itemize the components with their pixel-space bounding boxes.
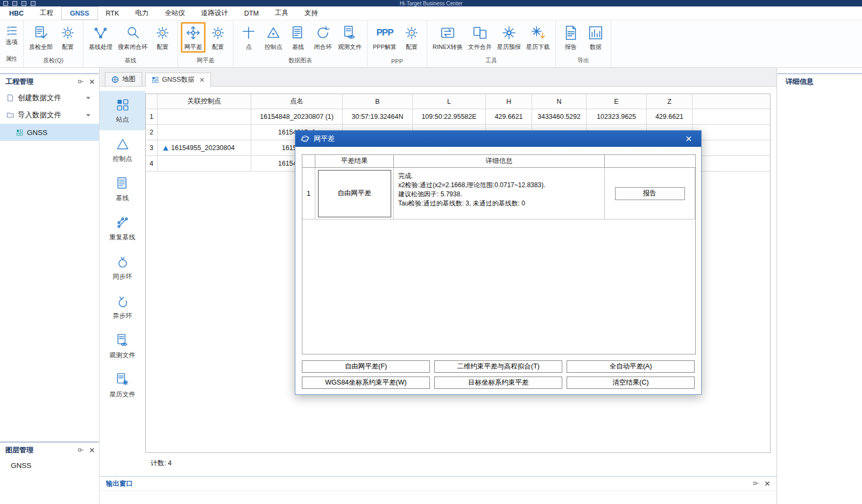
ribbon-group-label: 工具 [430,55,553,67]
qc-config-button[interactable]: 配置 [55,22,80,52]
strip-item-baselines[interactable]: 基线 [100,169,145,209]
close-icon[interactable] [89,448,95,453]
application-window: Hi-Target Business Center HBC 工程 GNSS RT… [0,0,862,504]
tab-map[interactable]: 地图 [105,72,142,86]
header-cell[interactable]: B [343,94,413,109]
strip-item-control-points[interactable]: 控制点 [100,130,145,169]
ribbon-group-label: 质检(Q) [26,55,80,67]
header-cell[interactable]: N [532,94,587,109]
data-export-button[interactable]: 数据 [583,22,608,52]
layer-item-gnss[interactable]: GNSS [0,458,99,473]
2d-constrained-adjust-button[interactable]: 二维约束平差与高程拟合(T) [434,360,562,373]
detail-panel-header: 详细信息 [777,74,862,89]
properties-button[interactable]: 属性 [6,55,18,65]
output-window-panel: 输出窗口 [100,476,776,504]
wgs84-constrained-adjust-button[interactable]: WGS84坐标系约束平差(W) [302,377,430,389]
options-button[interactable]: 选项 [6,38,18,46]
menu-road-design[interactable]: 道路设计 [193,6,236,20]
header-cell[interactable]: H [486,94,532,109]
globe-icon [111,76,119,83]
menu-tools[interactable]: 工具 [267,6,296,20]
ribbon: 选项 属性 质检全部 配置 质检(Q) [0,20,862,68]
close-icon[interactable] [89,79,95,84]
detail-column-header: 详细信息 [394,155,605,167]
closed-loop-chart-button[interactable]: 闭合环 [310,22,335,52]
menu-hbc[interactable]: HBC [1,6,32,20]
rinex-convert-button[interactable]: RINEX转换 [430,22,465,52]
globe-icon [301,134,309,143]
net-adjust-config-button[interactable]: 配置 [206,22,230,52]
menu-rtk[interactable]: RTK [98,6,128,20]
document-lines-icon [115,176,130,191]
dialog-titlebar[interactable]: 网平差 [295,131,701,147]
report-document-icon [563,25,579,41]
project-panel-header: 工程管理 [0,74,99,89]
ribbon-group-net-adjust: 网平差 配置 网平差 [178,20,234,67]
tab-close-icon[interactable] [200,77,204,82]
control-points-chart-button[interactable]: 控制点 [261,22,286,52]
baseline-process-button[interactable]: 基线处理 [86,22,115,52]
full-auto-adjust-button[interactable]: 全自动平差(A) [567,360,695,373]
menu-project[interactable]: 工程 [32,6,61,20]
clear-results-button[interactable]: 清空结果(C) [567,377,695,389]
menu-dtm[interactable]: DTM [236,6,267,20]
gear-icon [404,25,420,41]
free-net-adjust-button[interactable]: 自由网平差(F) [302,360,430,373]
baseline-chart-button[interactable]: 基线 [286,22,310,52]
menu-support[interactable]: 支持 [296,6,326,20]
file-merge-button[interactable]: 文件合并 [465,22,494,52]
options-column: 选项 属性 [0,20,24,67]
header-cell[interactable]: 点名 [251,94,343,109]
obs-file-chart-button[interactable]: 观测文件 [335,22,364,52]
gear-icon [154,25,171,41]
ppp-config-button[interactable]: 配置 [399,22,424,52]
header-cell[interactable]: E [587,94,647,109]
menu-total-station[interactable]: 全站仪 [157,6,193,20]
qc-all-button[interactable]: 质检全部 [26,22,55,52]
menu-gnss[interactable]: GNSS [61,6,97,20]
titlebar: Hi-Target Business Center [0,0,862,6]
header-cell[interactable]: 关联控制点 [158,94,251,109]
menu-power[interactable]: 电力 [127,6,157,20]
menu-bar: HBC 工程 GNSS RTK 电力 全站仪 道路设计 DTM 工具 支持 [0,6,862,20]
strip-item-ephemeris-files[interactable]: 星历文件 [100,366,145,405]
report-export-button[interactable]: 报告 [559,22,583,52]
adjustment-result-row[interactable]: 1 自由网平差 完成. x2检验:通过(x2=2.1668,理论范围:0.071… [302,168,695,219]
close-icon[interactable] [681,132,697,145]
header-cell[interactable]: L [413,94,486,109]
project-panel-title: 工程管理 [5,77,73,87]
strip-item-sync-loops[interactable]: 同步环 [100,248,145,287]
ppp-solve-button[interactable]: PPP PPP解算 [370,22,399,52]
target-crs-constrained-adjust-button[interactable]: 目标坐标系约束平差 [434,377,562,389]
pin-icon[interactable] [77,79,84,86]
free-net-result-cell[interactable]: 自由网平差 [318,170,391,217]
points-chart-button[interactable]: 点 [236,22,261,52]
baseline-config-button[interactable]: 配置 [150,22,175,52]
close-icon[interactable] [765,481,770,486]
search-closed-loop-button[interactable]: 搜索闭合环 [115,22,150,52]
document-eye-icon [115,333,130,348]
pin-icon[interactable] [753,480,760,487]
ribbon-group-label: 基线 [86,55,175,67]
tree-item-gnss[interactable]: GNSS [0,124,99,141]
tree-item-import-data-file[interactable]: 导入数据文件 [0,107,99,124]
header-cell[interactable]: Z [647,94,693,109]
strip-item-async-loops[interactable]: 异步环 [100,287,145,326]
ribbon-group-label: 网平差 [181,55,230,67]
report-button[interactable]: 报告 [615,187,685,200]
net-adjustment-button[interactable]: 网平差 [181,22,206,53]
ephemeris-forecast-button[interactable]: 星历预报 [494,22,524,52]
table-row[interactable]: 1 16154848_20230807 (1) 30:57:19.32464N … [146,109,770,125]
ribbon-group-baseline: 基线处理 搜索闭合环 配置 基线 [83,20,178,67]
ephemeris-download-button[interactable]: 星历下载 [524,22,553,52]
tree-item-create-data-file[interactable]: 创建数据文件 [0,89,99,107]
strip-item-obs-files[interactable]: 观测文件 [100,326,145,366]
strip-item-repeat-baselines[interactable]: 重复基线 [100,209,145,248]
detail-panel-title: 详细信息 [786,77,858,87]
grid-icon [152,76,159,83]
tab-gnss-data[interactable]: GNSS数据 [145,73,211,87]
pin-icon[interactable] [77,447,84,454]
strip-item-stations[interactable]: 站点 [100,91,145,130]
chevron-down-icon[interactable] [86,114,90,117]
chevron-down-icon[interactable] [86,97,90,100]
